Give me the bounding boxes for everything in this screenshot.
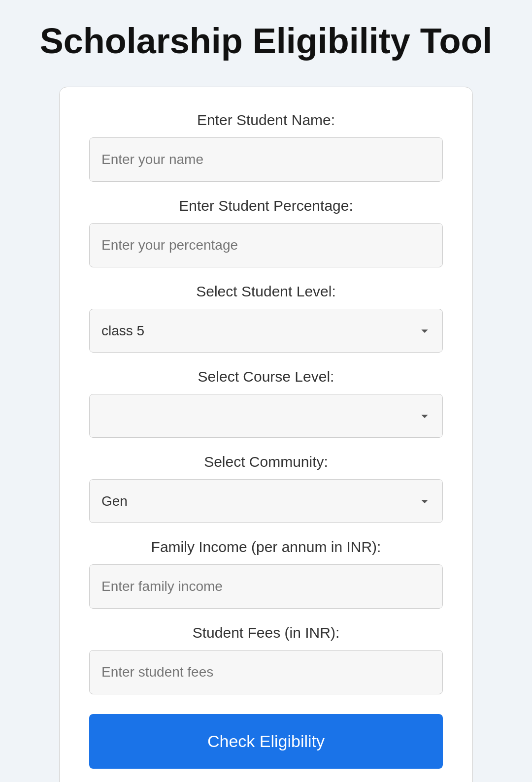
student-fees-input[interactable] <box>89 650 443 694</box>
family-income-input[interactable] <box>89 564 443 609</box>
family-income-label: Family Income (per annum in INR): <box>89 539 443 555</box>
course-level-group: Select Course Level: Undergraduate Postg… <box>89 368 443 438</box>
student-percentage-group: Enter Student Percentage: <box>89 197 443 267</box>
student-name-input[interactable] <box>89 137 443 182</box>
student-name-group: Enter Student Name: <box>89 112 443 182</box>
student-level-select[interactable]: class 5 class 1 class 2 class 3 class 4 … <box>89 309 443 353</box>
student-fees-group: Student Fees (in INR): <box>89 624 443 694</box>
course-level-select[interactable]: Undergraduate Postgraduate Doctorate Dip… <box>89 394 443 438</box>
student-fees-label: Student Fees (in INR): <box>89 624 443 641</box>
student-level-group: Select Student Level: class 5 class 1 cl… <box>89 283 443 353</box>
student-name-label: Enter Student Name: <box>89 112 443 129</box>
page-title: Scholarship Eligibility Tool <box>40 20 493 62</box>
student-percentage-label: Enter Student Percentage: <box>89 197 443 214</box>
student-level-label: Select Student Level: <box>89 283 443 300</box>
course-level-label: Select Course Level: <box>89 368 443 385</box>
community-label: Select Community: <box>89 454 443 470</box>
family-income-group: Family Income (per annum in INR): <box>89 539 443 609</box>
community-select[interactable]: Gen OBC SC ST <box>89 479 443 523</box>
form-card: Enter Student Name: Enter Student Percen… <box>59 87 473 782</box>
check-eligibility-button[interactable]: Check Eligibility <box>89 714 443 769</box>
student-percentage-input[interactable] <box>89 223 443 267</box>
community-group: Select Community: Gen OBC SC ST <box>89 454 443 523</box>
